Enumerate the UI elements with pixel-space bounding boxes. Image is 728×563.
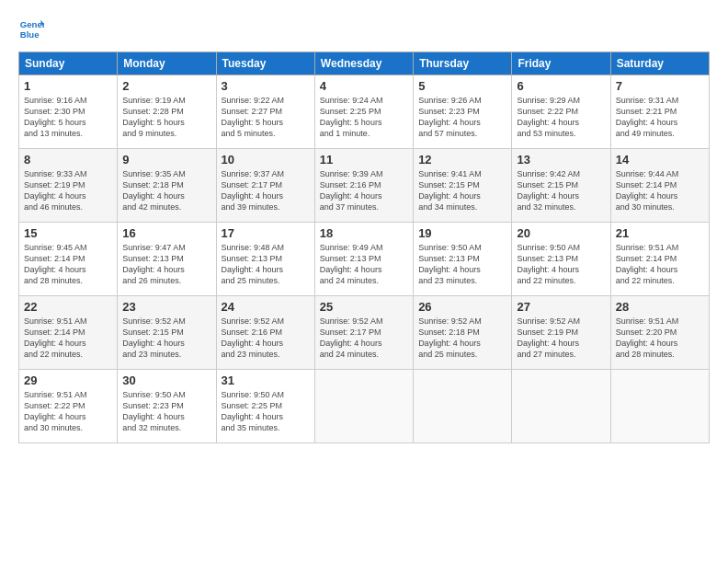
day-number: 24 [222,300,310,314]
day-cell-8: 8Sunrise: 9:33 AM Sunset: 2:19 PM Daylig… [19,149,118,223]
day-number: 31 [222,373,310,387]
day-cell-23: 23Sunrise: 9:52 AM Sunset: 2:15 PM Dayli… [118,296,216,370]
week-row-3: 15Sunrise: 9:45 AM Sunset: 2:14 PM Dayli… [19,223,710,296]
day-cell-9: 9Sunrise: 9:35 AM Sunset: 2:18 PM Daylig… [118,149,216,223]
empty-cell [414,370,512,443]
day-cell-22: 22Sunrise: 9:51 AM Sunset: 2:14 PM Dayli… [19,296,118,370]
day-number: 15 [24,226,112,240]
day-info: Sunrise: 9:50 AM Sunset: 2:13 PM Dayligh… [517,242,605,287]
day-info: Sunrise: 9:44 AM Sunset: 2:14 PM Dayligh… [616,168,704,213]
day-number: 11 [320,153,408,167]
day-cell-5: 5Sunrise: 9:26 AM Sunset: 2:23 PM Daylig… [414,75,512,149]
day-cell-12: 12Sunrise: 9:41 AM Sunset: 2:15 PM Dayli… [414,149,512,223]
day-cell-1: 1Sunrise: 9:16 AM Sunset: 2:30 PM Daylig… [19,75,118,149]
calendar-header: SundayMondayTuesdayWednesdayThursdayFrid… [19,52,710,75]
day-cell-14: 14Sunrise: 9:44 AM Sunset: 2:14 PM Dayli… [610,149,709,223]
logo-icon: General Blue [18,17,44,42]
day-number: 7 [616,79,704,93]
empty-cell [314,370,413,443]
day-info: Sunrise: 9:49 AM Sunset: 2:13 PM Dayligh… [320,242,408,287]
day-cell-19: 19Sunrise: 9:50 AM Sunset: 2:13 PM Dayli… [414,223,512,296]
day-info: Sunrise: 9:16 AM Sunset: 2:30 PM Dayligh… [24,95,112,140]
day-number: 14 [616,153,704,167]
day-number: 1 [24,79,112,93]
day-number: 13 [517,153,605,167]
day-cell-30: 30Sunrise: 9:50 AM Sunset: 2:23 PM Dayli… [118,370,216,443]
day-number: 10 [222,153,310,167]
day-number: 21 [616,226,704,240]
day-info: Sunrise: 9:33 AM Sunset: 2:19 PM Dayligh… [24,168,112,213]
day-number: 5 [418,79,506,93]
week-row-1: 1Sunrise: 9:16 AM Sunset: 2:30 PM Daylig… [19,75,710,149]
day-cell-20: 20Sunrise: 9:50 AM Sunset: 2:13 PM Dayli… [512,223,610,296]
day-number: 26 [418,300,506,314]
day-cell-6: 6Sunrise: 9:29 AM Sunset: 2:22 PM Daylig… [512,75,610,149]
column-header-friday: Friday [512,52,610,75]
day-cell-11: 11Sunrise: 9:39 AM Sunset: 2:16 PM Dayli… [314,149,413,223]
day-cell-27: 27Sunrise: 9:52 AM Sunset: 2:19 PM Dayli… [512,296,610,370]
page-header: General Blue [18,17,710,42]
day-info: Sunrise: 9:37 AM Sunset: 2:17 PM Dayligh… [222,168,310,213]
day-number: 9 [122,153,210,167]
day-info: Sunrise: 9:50 AM Sunset: 2:23 PM Dayligh… [122,389,210,434]
column-header-thursday: Thursday [414,52,512,75]
day-cell-26: 26Sunrise: 9:52 AM Sunset: 2:18 PM Dayli… [414,296,512,370]
day-number: 22 [24,300,112,314]
day-cell-3: 3Sunrise: 9:22 AM Sunset: 2:27 PM Daylig… [216,75,314,149]
day-number: 6 [517,79,605,93]
day-cell-16: 16Sunrise: 9:47 AM Sunset: 2:13 PM Dayli… [118,223,216,296]
day-info: Sunrise: 9:19 AM Sunset: 2:28 PM Dayligh… [122,95,210,140]
day-info: Sunrise: 9:52 AM Sunset: 2:15 PM Dayligh… [122,316,210,361]
day-info: Sunrise: 9:22 AM Sunset: 2:27 PM Dayligh… [222,95,310,140]
column-header-saturday: Saturday [610,52,709,75]
day-number: 3 [222,79,310,93]
week-row-4: 22Sunrise: 9:51 AM Sunset: 2:14 PM Dayli… [19,296,710,370]
day-info: Sunrise: 9:51 AM Sunset: 2:14 PM Dayligh… [24,316,112,361]
day-info: Sunrise: 9:29 AM Sunset: 2:22 PM Dayligh… [517,95,605,140]
day-info: Sunrise: 9:51 AM Sunset: 2:20 PM Dayligh… [616,316,704,361]
day-info: Sunrise: 9:39 AM Sunset: 2:16 PM Dayligh… [320,168,408,213]
day-cell-4: 4Sunrise: 9:24 AM Sunset: 2:25 PM Daylig… [314,75,413,149]
day-cell-2: 2Sunrise: 9:19 AM Sunset: 2:28 PM Daylig… [118,75,216,149]
empty-cell [512,370,610,443]
day-number: 18 [320,226,408,240]
day-info: Sunrise: 9:35 AM Sunset: 2:18 PM Dayligh… [122,168,210,213]
day-number: 30 [122,373,210,387]
day-info: Sunrise: 9:47 AM Sunset: 2:13 PM Dayligh… [122,242,210,287]
day-info: Sunrise: 9:45 AM Sunset: 2:14 PM Dayligh… [24,242,112,287]
day-number: 27 [517,300,605,314]
day-number: 20 [517,226,605,240]
day-info: Sunrise: 9:52 AM Sunset: 2:19 PM Dayligh… [517,316,605,361]
day-number: 29 [24,373,112,387]
calendar-page: General Blue SundayMondayTuesdayWednesda… [0,0,728,563]
empty-cell [610,370,709,443]
day-number: 16 [122,226,210,240]
day-cell-28: 28Sunrise: 9:51 AM Sunset: 2:20 PM Dayli… [610,296,709,370]
calendar-body: 1Sunrise: 9:16 AM Sunset: 2:30 PM Daylig… [19,75,710,443]
day-cell-7: 7Sunrise: 9:31 AM Sunset: 2:21 PM Daylig… [610,75,709,149]
day-info: Sunrise: 9:51 AM Sunset: 2:14 PM Dayligh… [616,242,704,287]
day-cell-29: 29Sunrise: 9:51 AM Sunset: 2:22 PM Dayli… [19,370,118,443]
day-info: Sunrise: 9:26 AM Sunset: 2:23 PM Dayligh… [418,95,506,140]
day-info: Sunrise: 9:24 AM Sunset: 2:25 PM Dayligh… [320,95,408,140]
day-number: 17 [222,226,310,240]
day-cell-18: 18Sunrise: 9:49 AM Sunset: 2:13 PM Dayli… [314,223,413,296]
day-info: Sunrise: 9:41 AM Sunset: 2:15 PM Dayligh… [418,168,506,213]
column-header-monday: Monday [118,52,216,75]
svg-text:General: General [20,19,44,29]
day-number: 12 [418,153,506,167]
day-info: Sunrise: 9:50 AM Sunset: 2:13 PM Dayligh… [418,242,506,287]
column-header-wednesday: Wednesday [314,52,413,75]
column-header-sunday: Sunday [19,52,118,75]
day-number: 19 [418,226,506,240]
day-number: 25 [320,300,408,314]
day-info: Sunrise: 9:50 AM Sunset: 2:25 PM Dayligh… [222,389,310,434]
header-row: SundayMondayTuesdayWednesdayThursdayFrid… [19,52,710,75]
column-header-tuesday: Tuesday [216,52,314,75]
day-cell-25: 25Sunrise: 9:52 AM Sunset: 2:17 PM Dayli… [314,296,413,370]
day-info: Sunrise: 9:52 AM Sunset: 2:16 PM Dayligh… [222,316,310,361]
day-number: 23 [122,300,210,314]
day-cell-24: 24Sunrise: 9:52 AM Sunset: 2:16 PM Dayli… [216,296,314,370]
day-cell-13: 13Sunrise: 9:42 AM Sunset: 2:15 PM Dayli… [512,149,610,223]
day-info: Sunrise: 9:42 AM Sunset: 2:15 PM Dayligh… [517,168,605,213]
